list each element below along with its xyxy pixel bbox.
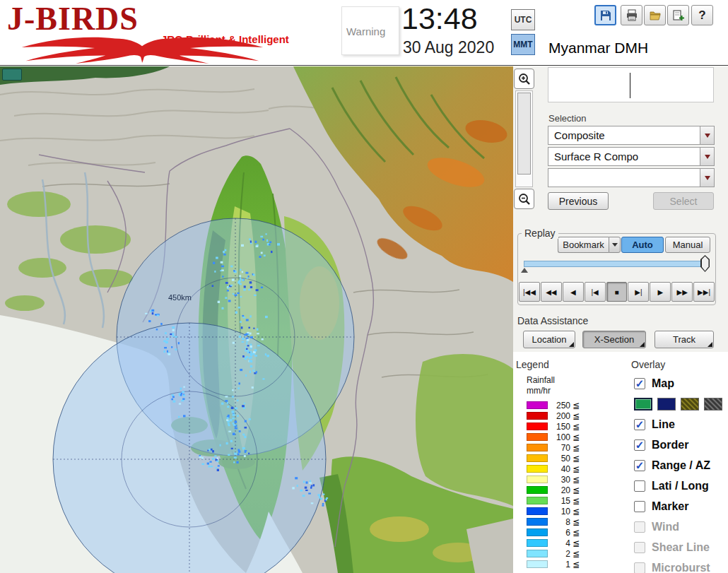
chevron-down-icon[interactable] xyxy=(700,169,714,187)
legend-le-sign: ≦ xyxy=(573,411,580,421)
overlay-item-label: Shear Line xyxy=(652,541,710,554)
checkbox xyxy=(634,562,645,573)
overlay-item-lati-long[interactable]: Lati / Long xyxy=(634,475,727,496)
overlay-item-line[interactable]: ✓Line xyxy=(634,414,727,435)
map-swatch-green[interactable] xyxy=(634,398,652,410)
zoom-scrollbar-thumb[interactable] xyxy=(517,93,531,175)
legend-le-sign: ≦ xyxy=(573,496,580,506)
legend-entry: 8≦ xyxy=(527,516,611,527)
bookmark-dropdown-arrow[interactable] xyxy=(609,237,621,253)
checkbox xyxy=(634,542,645,553)
playback-step-back[interactable]: |◀ xyxy=(585,282,606,302)
checkbox[interactable]: ✓ xyxy=(634,419,645,430)
checkbox[interactable] xyxy=(634,480,645,492)
timezone-mmt-button[interactable]: MMT xyxy=(511,34,535,55)
replay-slider-track[interactable] xyxy=(524,261,705,267)
printer-icon xyxy=(626,9,638,22)
legend-color-swatch xyxy=(527,539,548,547)
legend-value: 150 xyxy=(551,422,570,432)
clock-date: 30 Aug 2020 xyxy=(403,38,494,57)
legend-color-swatch xyxy=(527,433,548,441)
print-button[interactable] xyxy=(621,5,642,25)
checkbox xyxy=(634,521,645,533)
playback-stop[interactable]: ■ xyxy=(606,282,628,302)
checkbox[interactable]: ✓ xyxy=(634,460,645,471)
checkbox[interactable]: ✓ xyxy=(634,378,645,389)
checkbox[interactable] xyxy=(634,501,645,512)
overlay-item-label: Range / AZ xyxy=(652,459,710,472)
previous-button[interactable]: Previous xyxy=(548,192,609,210)
legend-le-sign: ≦ xyxy=(573,422,580,432)
overlay-item-border[interactable]: ✓Border xyxy=(634,435,727,455)
legend-entry: 40≦ xyxy=(527,463,611,474)
timezone-utc-button[interactable]: UTC xyxy=(511,9,535,30)
zoom-out-button[interactable] xyxy=(514,189,534,209)
overlay-item-label: Wind xyxy=(652,521,679,533)
chevron-down-icon[interactable] xyxy=(700,126,714,144)
zoom-scrollbar-track[interactable] xyxy=(515,90,533,187)
legend-entry: 30≦ xyxy=(527,474,611,485)
legend-entry: 10≦ xyxy=(527,506,611,516)
legend-entry: 100≦ xyxy=(527,432,611,442)
playback-skip-to-start[interactable]: |◀◀ xyxy=(519,282,540,302)
legend-color-swatch xyxy=(527,550,548,557)
help-button[interactable]: ? xyxy=(691,5,713,25)
map-swatch-navy[interactable] xyxy=(657,398,676,410)
select-button[interactable]: Select xyxy=(653,192,714,210)
track-button[interactable]: Track xyxy=(654,331,714,348)
checkbox[interactable]: ✓ xyxy=(634,439,645,451)
bookmark-button[interactable]: Bookmark xyxy=(558,237,621,253)
legend-color-swatch xyxy=(527,475,548,483)
legend-entry: 20≦ xyxy=(527,485,611,495)
overlay-item-label: Line xyxy=(652,418,675,431)
overlay-item-range-az[interactable]: ✓Range / AZ xyxy=(634,455,727,475)
zoom-in-button[interactable] xyxy=(514,69,534,89)
playback-fast-forward[interactable]: ▶▶ xyxy=(671,282,693,302)
rainfall-legend: 250≦200≦150≦100≦70≦50≦40≦30≦20≦15≦10≦8≦6… xyxy=(527,400,611,569)
manual-mode-button[interactable]: Manual xyxy=(665,237,710,253)
map-corner-button[interactable] xyxy=(2,69,22,81)
auto-mode-button[interactable]: Auto xyxy=(621,237,664,253)
folder-icon xyxy=(649,9,662,22)
overlay-item-label: Marker xyxy=(652,500,688,513)
playback-step-forward[interactable]: ▶| xyxy=(628,282,649,302)
legend-value: 20 xyxy=(551,485,570,495)
legend-value: 1 xyxy=(551,560,570,569)
product-type-dropdown[interactable]: Surface R Compo xyxy=(548,147,715,166)
playback-play-reverse[interactable]: ◀ xyxy=(563,282,584,302)
legend-color-swatch xyxy=(527,507,548,515)
legend-entry: 6≦ xyxy=(527,527,611,538)
overlay-item-marker[interactable]: Marker xyxy=(634,496,727,516)
legend-unit-line2: mm/hr xyxy=(527,386,555,396)
overlay-item-label: Lati / Long xyxy=(652,480,709,492)
chevron-down-icon[interactable] xyxy=(700,148,714,165)
product-category-dropdown[interactable]: Composite xyxy=(548,126,715,145)
legend-le-sign: ≦ xyxy=(573,517,580,527)
warning-list-box[interactable] xyxy=(548,67,714,102)
save-icon xyxy=(599,9,612,22)
product-option-dropdown[interactable] xyxy=(548,168,715,187)
playback-play[interactable]: ▶ xyxy=(650,282,671,302)
save-button[interactable] xyxy=(594,5,616,25)
legend-le-sign: ≦ xyxy=(573,528,580,538)
overlay-item-map[interactable]: ✓Map xyxy=(634,373,727,394)
legend-color-swatch xyxy=(527,401,548,409)
slider-thumb-face xyxy=(702,256,709,271)
playback-skip-to-end[interactable]: ▶▶| xyxy=(693,282,715,302)
legend-value: 6 xyxy=(551,528,570,538)
playback-fast-rewind[interactable]: ◀◀ xyxy=(541,282,562,302)
legend-entry: 200≦ xyxy=(527,410,611,421)
magnifier-minus-icon xyxy=(517,192,532,206)
radar-map-canvas[interactable]: 450km xyxy=(0,66,513,573)
add-data-button[interactable] xyxy=(667,5,689,25)
legend-unit: Rainfall mm/hr xyxy=(527,375,555,396)
replay-slider-thumb[interactable] xyxy=(700,255,710,272)
map-color-swatches xyxy=(634,394,727,414)
legend-color-swatch xyxy=(527,518,548,526)
map-swatch-olive[interactable] xyxy=(681,398,699,410)
open-file-button[interactable] xyxy=(644,5,666,25)
map-swatch-dark-gray[interactable] xyxy=(704,398,722,410)
playback-controls: |◀◀◀◀◀|◀■▶|▶▶▶▶▶| xyxy=(519,282,715,302)
x-section-button[interactable]: X-Section xyxy=(582,331,646,348)
location-button[interactable]: Location xyxy=(523,331,575,348)
